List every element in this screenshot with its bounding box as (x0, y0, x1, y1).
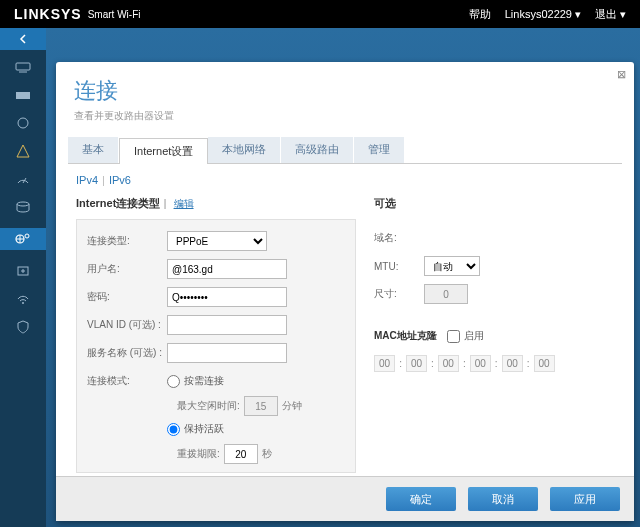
radio-keep-alive[interactable] (167, 423, 180, 436)
sidebar (0, 50, 46, 527)
idle-row: 最大空闲时间: 分钟 (177, 396, 345, 416)
tab-admin[interactable]: 管理 (354, 137, 405, 163)
section-connection-type: Internet连接类型 | 编辑 (76, 196, 356, 211)
panel: IPv4|IPv6 Internet连接类型 | 编辑 连接类型: PPPoE … (68, 163, 622, 476)
size-input[interactable] (424, 284, 468, 304)
svg-point-7 (25, 234, 29, 238)
page-title: 连接 (74, 76, 616, 106)
label-type: 连接类型: (87, 234, 167, 248)
tab-basic[interactable]: 基本 (68, 137, 119, 163)
chevron-down-icon: ▾ (575, 8, 581, 21)
username-input[interactable] (167, 259, 287, 279)
svg-point-3 (18, 118, 28, 128)
sidebar-item-security[interactable] (14, 320, 32, 334)
account-menu[interactable]: Linksys02229 ▾ (505, 8, 581, 21)
svg-rect-2 (16, 92, 30, 99)
label-mode: 连接模式: (87, 374, 167, 388)
mac-clone-label: MAC地址克隆 (374, 329, 437, 343)
modal-footer: 确定 取消 应用 (56, 476, 634, 521)
subtab-ipv4[interactable]: IPv4 (76, 174, 98, 186)
page-subtitle: 查看并更改路由器设置 (74, 109, 616, 123)
ip-subtabs: IPv4|IPv6 (76, 174, 614, 186)
tab-internet[interactable]: Internet设置 (119, 138, 208, 164)
cancel-button[interactable]: 取消 (468, 487, 538, 511)
label-service: 服务名称 (可选) : (87, 346, 167, 360)
radio-on-demand[interactable] (167, 375, 180, 388)
close-icon[interactable]: ⊠ (617, 68, 626, 81)
vlan-input[interactable] (167, 315, 287, 335)
tab-local[interactable]: 本地网络 (208, 137, 281, 163)
sidebar-item-wireless[interactable] (14, 292, 32, 306)
label-domain: 域名: (374, 231, 424, 245)
sidebar-item-storage[interactable] (14, 200, 32, 214)
mac-enable-checkbox[interactable] (447, 330, 460, 343)
tab-bar: 基本 Internet设置 本地网络 高级路由 管理 (68, 137, 622, 163)
sidebar-item-troubleshoot[interactable] (14, 264, 32, 278)
password-input[interactable] (167, 287, 287, 307)
sidebar-item-guest[interactable] (14, 88, 32, 102)
label-mtu: MTU: (374, 261, 424, 272)
mtu-select[interactable]: 自动 (424, 256, 480, 276)
apply-button[interactable]: 应用 (550, 487, 620, 511)
label-size: 尺寸: (374, 287, 424, 301)
label-user: 用户名: (87, 262, 167, 276)
svg-rect-0 (16, 63, 30, 70)
brand-logo: LINKSYS (14, 6, 82, 22)
svg-point-11 (22, 302, 24, 304)
mac-address-row: 00: 00: 00: 00: 00: 00 (374, 355, 614, 372)
stage: ⊠ 连接 查看并更改路由器设置 基本 Internet设置 本地网络 高级路由 … (46, 28, 640, 527)
chevron-down-icon: ▾ (620, 8, 626, 21)
label-vlan: VLAN ID (可选) : (87, 318, 167, 332)
service-input[interactable] (167, 343, 287, 363)
sidebar-item-parental[interactable] (14, 116, 32, 130)
subtab-ipv6[interactable]: IPv6 (109, 174, 131, 186)
brand-sub: Smart Wi-Fi (88, 9, 141, 20)
help-link[interactable]: 帮助 (469, 7, 491, 22)
connection-form: 连接类型: PPPoE 用户名: 密码: VLAN ID (可选) : 服务名称… (76, 219, 356, 473)
redial-row: 重拨期限: 秒 (177, 444, 345, 464)
top-bar: LINKSYS Smart Wi-Fi 帮助 Linksys02229 ▾ 退出… (0, 0, 640, 28)
sidebar-item-device[interactable] (14, 60, 32, 74)
section-optional: 可选 (374, 196, 614, 211)
sidebar-item-priority[interactable] (14, 144, 32, 158)
idle-time-input[interactable] (244, 396, 278, 416)
settings-modal: ⊠ 连接 查看并更改路由器设置 基本 Internet设置 本地网络 高级路由 … (56, 62, 634, 521)
ok-button[interactable]: 确定 (386, 487, 456, 511)
sidebar-item-connectivity[interactable] (0, 228, 46, 250)
label-pass: 密码: (87, 290, 167, 304)
mac-enable-text: 启用 (464, 329, 484, 343)
connection-type-select[interactable]: PPPoE (167, 231, 267, 251)
sidebar-item-speed[interactable] (14, 172, 32, 186)
edit-link[interactable]: 编辑 (174, 198, 194, 209)
svg-point-5 (17, 202, 29, 206)
sidebar-collapse[interactable] (0, 28, 46, 50)
chevron-left-icon (18, 34, 28, 44)
logout-link[interactable]: 退出 ▾ (595, 7, 626, 22)
tab-advanced[interactable]: 高级路由 (281, 137, 354, 163)
redial-input[interactable] (224, 444, 258, 464)
